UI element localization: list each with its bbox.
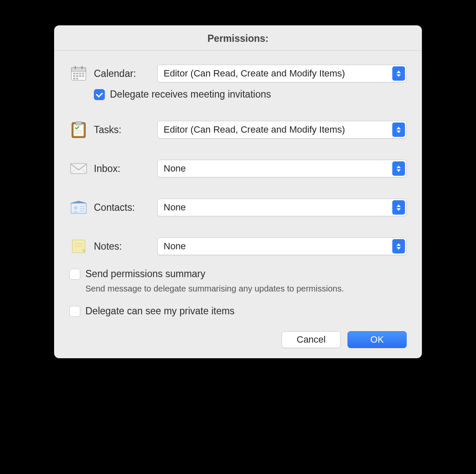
svg-rect-17 (74, 124, 84, 136)
select-stepper-icon (392, 200, 405, 215)
inbox-row: Inbox: None (69, 159, 407, 178)
select-stepper-icon (392, 66, 405, 81)
send-summary-description: Send message to delegate summarising any… (85, 284, 407, 294)
calendar-row: Calendar: Editor (Can Read, Create and M… (69, 64, 407, 83)
notes-row: Notes: None (69, 237, 407, 256)
svg-point-22 (74, 206, 77, 210)
private-items-label: Delegate can see my private items (85, 305, 235, 317)
select-stepper-icon (392, 239, 405, 253)
calendar-icon (69, 64, 88, 83)
private-items-checkbox[interactable] (69, 306, 80, 317)
svg-rect-18 (76, 122, 82, 125)
dialog-title: Permissions: (54, 33, 422, 44)
select-stepper-icon (392, 161, 405, 176)
svg-rect-8 (79, 73, 81, 74)
inbox-label: Inbox: (94, 163, 157, 174)
checkmark-icon (96, 90, 103, 98)
tasks-row: Tasks: Editor (Can Read, Create and Modi… (69, 120, 407, 139)
svg-rect-1 (71, 68, 86, 71)
send-summary-block: Send permissions summary Send message to… (69, 268, 407, 294)
svg-rect-6 (73, 73, 75, 74)
inbox-icon (69, 159, 88, 178)
button-row: Cancel OK (69, 330, 407, 348)
notes-label: Notes: (94, 241, 157, 252)
notes-icon (69, 237, 88, 256)
tasks-label: Tasks: (94, 124, 157, 136)
calendar-label: Calendar: (94, 68, 157, 79)
svg-rect-9 (82, 73, 84, 74)
contacts-label: Contacts: (94, 202, 157, 213)
calendar-select-value: Editor (Can Read, Create and Modify Item… (164, 68, 345, 79)
delegate-meetings-label: Delegate receives meeting invitations (110, 89, 271, 100)
ok-button-label: OK (370, 334, 384, 345)
contacts-select[interactable]: None (157, 199, 407, 216)
select-stepper-icon (392, 123, 405, 137)
svg-rect-7 (76, 73, 78, 74)
svg-rect-14 (73, 78, 75, 79)
inbox-select[interactable]: None (157, 160, 407, 177)
svg-rect-12 (79, 75, 81, 77)
calendar-select[interactable]: Editor (Can Read, Create and Modify Item… (157, 65, 407, 82)
tasks-icon (69, 120, 88, 139)
send-summary-row: Send permissions summary (69, 268, 407, 280)
contacts-row: Contacts: None (69, 198, 407, 217)
cancel-button[interactable]: Cancel (282, 331, 341, 348)
svg-rect-11 (76, 75, 78, 77)
svg-rect-13 (82, 75, 84, 77)
svg-rect-10 (73, 75, 75, 77)
svg-rect-15 (76, 78, 78, 79)
dialog-body: Calendar: Editor (Can Read, Create and M… (54, 51, 422, 358)
delegate-meetings-row: Delegate receives meeting invitations (94, 89, 407, 100)
svg-rect-5 (82, 66, 82, 68)
delegate-meetings-checkbox[interactable] (94, 89, 105, 100)
notes-select[interactable]: None (157, 237, 407, 255)
svg-rect-3 (75, 66, 76, 68)
private-items-row: Delegate can see my private items (69, 305, 407, 317)
notes-select-value: None (164, 241, 186, 252)
send-summary-checkbox[interactable] (69, 269, 80, 280)
permissions-dialog: Permissions: Calendar: Ed (54, 25, 422, 358)
tasks-select-value: Editor (Can Read, Create and Modify Item… (164, 124, 345, 135)
ok-button[interactable]: OK (347, 331, 407, 348)
send-summary-label: Send permissions summary (85, 268, 205, 280)
cancel-button-label: Cancel (297, 334, 326, 345)
dialog-header: Permissions: (54, 25, 422, 51)
svg-rect-21 (71, 163, 87, 174)
tasks-select[interactable]: Editor (Can Read, Create and Modify Item… (157, 121, 407, 139)
contacts-icon (69, 198, 88, 217)
inbox-select-value: None (164, 163, 186, 174)
contacts-select-value: None (164, 202, 186, 213)
